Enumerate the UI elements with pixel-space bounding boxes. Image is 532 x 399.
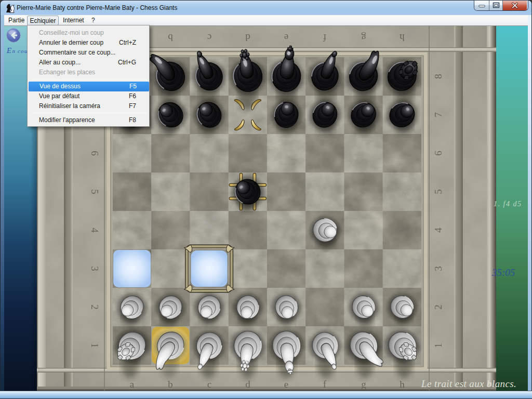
svg-text:g: g [361, 379, 366, 390]
svg-text:e: e [284, 379, 288, 390]
svg-text:1. f4 d5: 1. f4 d5 [494, 200, 522, 208]
svg-text:h: h [400, 32, 405, 43]
svg-text:7: 7 [433, 112, 444, 117]
svg-text:3: 3 [89, 266, 100, 271]
svg-text:a: a [130, 379, 135, 390]
svg-text:b: b [168, 379, 173, 390]
svg-text:6: 6 [433, 151, 444, 156]
svg-text:d: d [245, 32, 250, 43]
svg-text:c: c [207, 32, 211, 43]
svg-text:d: d [245, 379, 250, 390]
svg-text:e: e [284, 32, 288, 43]
svg-text:5: 5 [89, 189, 100, 194]
svg-text:5: 5 [433, 189, 444, 194]
svg-text:2: 2 [433, 304, 444, 310]
svg-text:6: 6 [89, 151, 100, 156]
svg-text:b: b [168, 32, 173, 43]
svg-text:8: 8 [433, 74, 444, 79]
svg-text:1: 1 [433, 343, 444, 348]
svg-text:35:05: 35:05 [491, 267, 515, 278]
svg-text:4: 4 [433, 228, 444, 233]
svg-text:Le trait est aux blancs.: Le trait est aux blancs. [421, 378, 516, 389]
svg-text:g: g [361, 32, 366, 43]
svg-text:4: 4 [89, 228, 100, 233]
svg-text:1: 1 [89, 343, 100, 348]
svg-text:3: 3 [433, 266, 444, 271]
svg-text:f: f [323, 32, 326, 43]
svg-text:f: f [323, 379, 327, 390]
svg-text:h: h [400, 379, 405, 390]
svg-text:2: 2 [89, 304, 100, 310]
svg-text:c: c [207, 379, 211, 390]
